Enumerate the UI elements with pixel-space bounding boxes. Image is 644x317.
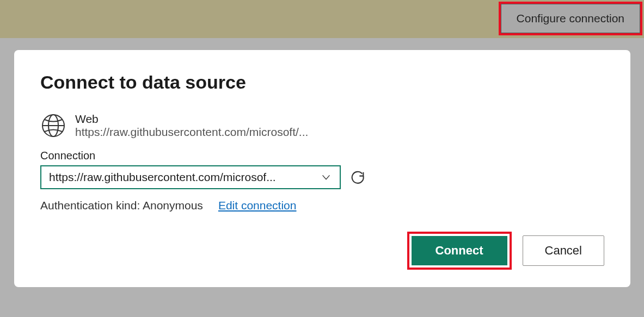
- configure-highlight: Configure connection: [499, 2, 642, 35]
- connection-dropdown[interactable]: https://raw.githubusercontent.com/micros…: [40, 165, 341, 189]
- connection-label: Connection: [40, 150, 604, 162]
- dropdown-selected: https://raw.githubusercontent.com/micros…: [49, 171, 276, 184]
- refresh-icon[interactable]: [351, 170, 366, 185]
- configure-connection-button[interactable]: Configure connection: [501, 4, 640, 33]
- data-source-row: Web https://raw.githubusercontent.com/mi…: [40, 113, 604, 139]
- chevron-down-icon: [320, 171, 332, 183]
- globe-icon: [40, 113, 66, 139]
- dialog-title: Connect to data source: [40, 72, 604, 93]
- top-bar: Configure connection: [0, 0, 644, 38]
- connect-button[interactable]: Connect: [412, 236, 507, 265]
- auth-kind-text: Authentication kind: Anonymous: [40, 199, 203, 212]
- source-name: Web: [75, 113, 308, 126]
- edit-connection-link[interactable]: Edit connection: [218, 199, 297, 212]
- cancel-button[interactable]: Cancel: [523, 235, 604, 266]
- connect-dialog: Connect to data source Web https://raw.g…: [14, 50, 630, 287]
- connect-highlight: Connect: [407, 232, 512, 270]
- source-url: https://raw.githubusercontent.com/micros…: [75, 126, 308, 139]
